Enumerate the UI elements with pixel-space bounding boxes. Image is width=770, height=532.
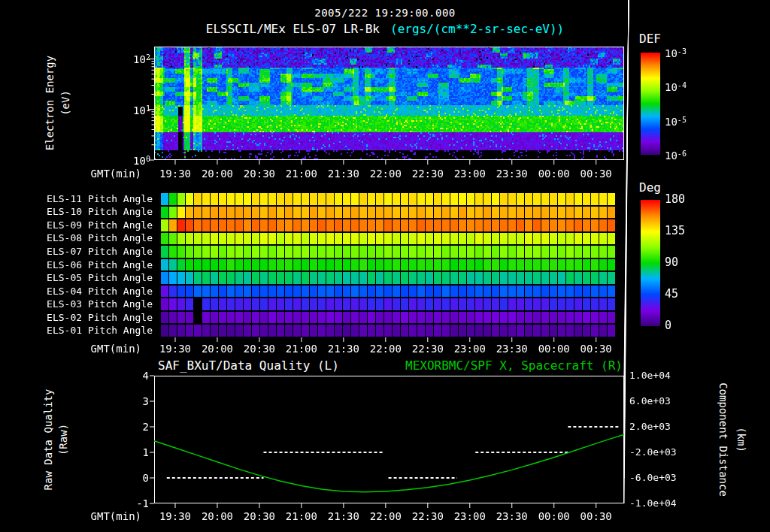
quality-x-tick-label: 20:00 bbox=[193, 510, 241, 522]
distance-right-tick-label: -2.0e+03 bbox=[629, 446, 677, 458]
def-colorbar-title: DEF bbox=[639, 32, 661, 46]
pitch-x-tick-label: 21:30 bbox=[320, 343, 368, 355]
spectrogram-y-tick-label: 100 bbox=[113, 153, 150, 167]
spectrogram-y-tick-label: 102 bbox=[113, 52, 150, 65]
deg-colorbar-tick-label: 90 bbox=[665, 256, 678, 268]
distance-y-axis-label-line1: Component Distance bbox=[717, 382, 729, 497]
pitch-x-tick-label: 00:30 bbox=[572, 343, 620, 355]
quality-x-axis-title: GMT(min) bbox=[78, 510, 141, 522]
quality-left-tick-label: 4 bbox=[110, 370, 149, 382]
quality-y-axis-label-line1: Raw Data Quality bbox=[42, 389, 54, 491]
pitch-row-label: ELS-07 Pitch Angle bbox=[32, 246, 153, 258]
spectrogram-x-tick-label: 20:30 bbox=[235, 168, 283, 180]
quality-left-tick-label: -1 bbox=[110, 497, 149, 509]
distance-y-axis-label-line2: (km) bbox=[735, 427, 747, 452]
quality-plot-frame bbox=[155, 376, 624, 503]
spacecraft-x-distance-curve bbox=[154, 434, 624, 492]
deg-colorbar-tick-label: 180 bbox=[665, 193, 685, 205]
spectrogram-x-tick-label: 23:00 bbox=[446, 168, 494, 180]
pitch-row-label: ELS-06 Pitch Angle bbox=[32, 259, 153, 271]
quality-x-tick-label: 21:00 bbox=[277, 510, 326, 522]
undefined bbox=[624, 0, 629, 427]
undefined bbox=[624, 0, 629, 376]
quality-x-tick-label: 19:30 bbox=[151, 510, 199, 522]
spectrogram-x-tick-label: 23:30 bbox=[488, 168, 536, 180]
def-colorbar bbox=[641, 53, 660, 155]
spectrogram-y-axis-label-line2: (eV) bbox=[59, 90, 71, 116]
spectrogram-x-tick-label: 20:00 bbox=[193, 168, 241, 180]
quality-x-tick-label: 23:30 bbox=[488, 510, 536, 522]
quality-x-tick-label: 00:00 bbox=[530, 510, 578, 522]
undefined bbox=[624, 0, 629, 452]
distance-right-tick-label: -6.0e+03 bbox=[629, 472, 677, 484]
def-colorbar-tick-label: 10-5 bbox=[665, 114, 687, 128]
spectrogram-x-tick-label: 22:30 bbox=[404, 168, 452, 180]
quality-left-tick-label: 3 bbox=[110, 395, 149, 407]
mex-els-plot-screen: 2005/222 19:29:00.000 ELSSCIL/MEx ELS-07… bbox=[0, 0, 770, 532]
deg-colorbar-tick-label: 45 bbox=[665, 288, 678, 300]
pitch-row-label: ELS-08 Pitch Angle bbox=[32, 232, 153, 244]
distance-right-tick-label: 6.0e+03 bbox=[629, 395, 671, 407]
pitch-x-tick-label: 21:00 bbox=[277, 343, 326, 355]
def-colorbar-tick-label: 10-3 bbox=[665, 46, 687, 59]
instrument-label: ELSSCIL/MEx ELS-07 LR-Bk bbox=[206, 22, 380, 36]
deg-colorbar-tick-label: 0 bbox=[665, 319, 671, 331]
spectrogram-x-tick-label: 21:00 bbox=[277, 168, 326, 180]
pitch-row-label: ELS-09 Pitch Angle bbox=[32, 219, 153, 231]
quality-x-tick-label: 22:30 bbox=[404, 510, 452, 522]
quality-left-tick-label: 1 bbox=[110, 446, 149, 458]
spectrogram-x-axis-title: GMT(min) bbox=[78, 168, 141, 180]
distance-series-title: MEXORBMC/SPF X, Spacecraft (R) bbox=[405, 358, 623, 373]
pitch-row-label: ELS-02 Pitch Angle bbox=[32, 312, 153, 324]
pitch-x-tick-label: 22:30 bbox=[404, 343, 452, 355]
electron-energy-spectrogram-canvas bbox=[154, 47, 624, 160]
quality-x-tick-label: 23:00 bbox=[446, 510, 494, 522]
pitch-row-label: ELS-01 Pitch Angle bbox=[32, 325, 153, 337]
pitch-x-tick-label: 23:00 bbox=[446, 343, 494, 355]
pitch-x-tick-label: 20:30 bbox=[235, 343, 283, 355]
quality-x-tick-label: 00:30 bbox=[572, 510, 620, 522]
undefined bbox=[624, 0, 629, 401]
spectrogram-y-axis-label-line1: Electron Energy bbox=[44, 56, 56, 150]
pitch-x-tick-label: 20:00 bbox=[193, 343, 241, 355]
pitch-row-label: ELS-04 Pitch Angle bbox=[32, 286, 153, 298]
spectrogram-x-tick-label: 00:30 bbox=[572, 168, 620, 180]
pitch-row-label: ELS-05 Pitch Angle bbox=[32, 272, 153, 284]
quality-x-tick-label: 21:30 bbox=[320, 510, 368, 522]
spectrogram-x-tick-label: 21:30 bbox=[320, 168, 368, 180]
distance-right-tick-label: 1.0e+04 bbox=[629, 370, 671, 382]
deg-colorbar-title: Deg bbox=[639, 180, 661, 195]
pitch-x-tick-label: 22:00 bbox=[362, 343, 410, 355]
quality-series-title: SAF_BXuT/Data Quality (L) bbox=[158, 358, 339, 373]
distance-right-tick-label: -1.0e+04 bbox=[629, 497, 677, 509]
quality-x-tick-label: 22:00 bbox=[362, 510, 410, 522]
pitch-row-label: ELS-03 Pitch Angle bbox=[32, 298, 153, 310]
deg-colorbar bbox=[641, 200, 660, 326]
spectrogram-x-tick-label: 00:00 bbox=[530, 168, 578, 180]
distance-right-tick-label: 2.0e+03 bbox=[629, 421, 671, 433]
pitch-row-label: ELS-10 Pitch Angle bbox=[32, 206, 153, 218]
spectrogram-x-tick-label: 19:30 bbox=[151, 168, 199, 180]
pitch-angle-heatmap-canvas bbox=[160, 192, 615, 337]
def-colorbar-tick-label: 10-6 bbox=[665, 148, 687, 162]
quality-x-tick-label: 20:30 bbox=[235, 510, 283, 522]
deg-colorbar-tick-label: 135 bbox=[665, 225, 685, 237]
pitch-x-tick-label: 00:00 bbox=[530, 343, 578, 355]
units-label: (ergs/(cm**2-sr-sec-eV)) bbox=[390, 22, 564, 36]
pitch-x-tick-label: 19:30 bbox=[151, 343, 199, 355]
timestamp-title: 2005/222 19:29:00.000 bbox=[0, 7, 770, 19]
spectrogram-x-tick-label: 22:00 bbox=[362, 168, 410, 180]
quality-left-tick-label: 0 bbox=[110, 472, 149, 484]
quality-y-axis-label-line2: (Raw) bbox=[57, 424, 69, 455]
def-colorbar-tick-label: 10-4 bbox=[665, 80, 687, 93]
undefined bbox=[624, 0, 629, 503]
pitch-x-tick-label: 23:30 bbox=[488, 343, 536, 355]
quality-left-tick-label: 2 bbox=[110, 421, 149, 433]
pitch-row-label: ELS-11 Pitch Angle bbox=[32, 193, 153, 205]
undefined bbox=[624, 0, 629, 478]
spectrogram-y-tick-label: 101 bbox=[113, 103, 150, 116]
pitch-x-axis-title: GMT(min) bbox=[78, 343, 141, 355]
